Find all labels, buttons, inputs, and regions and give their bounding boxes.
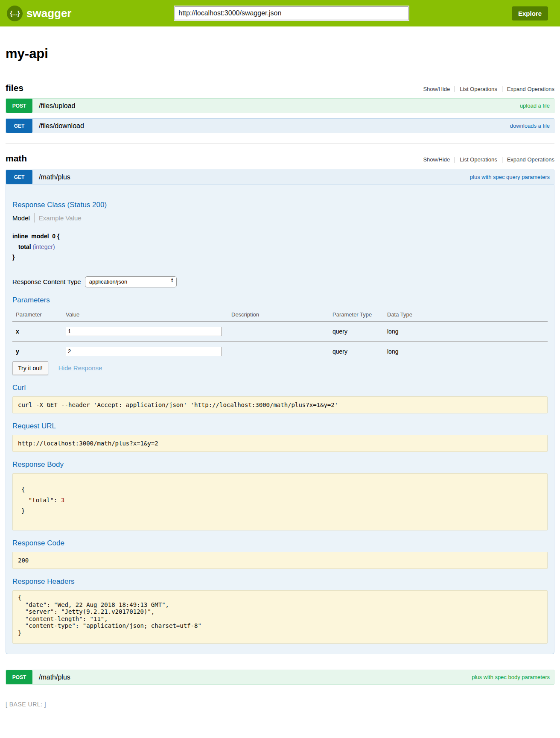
base-url-label: [ BASE URL: ] (6, 701, 554, 708)
response-class-heading: Response Class (Status 200) (12, 201, 548, 209)
param-name-x: x (12, 321, 66, 342)
model-property-type: (integer) (32, 243, 55, 250)
column-header-parameter-type: Parameter Type (332, 309, 387, 321)
operation-path[interactable]: /files/download (39, 122, 84, 130)
param-description (231, 341, 332, 360)
files-expand-operations-link[interactable]: Expand Operations (507, 86, 554, 92)
tab-model[interactable]: Model (12, 214, 30, 222)
swagger-logo[interactable]: {…} swagger (7, 6, 72, 21)
column-header-parameter: Parameter (12, 309, 66, 321)
math-expand-operations-link[interactable]: Expand Operations (507, 156, 554, 163)
request-url-heading: Request URL (12, 422, 548, 430)
model-signature-open: inline_model_0 { (12, 231, 548, 242)
response-content-type-label: Response Content Type (12, 278, 81, 285)
curl-heading: Curl (12, 384, 548, 392)
operation-row-post-files-upload[interactable]: POST /files/upload upload a file (6, 98, 554, 113)
param-y-value-input[interactable] (66, 347, 222, 356)
get-method-badge: GET (6, 170, 32, 184)
model-signature-close: } (12, 252, 548, 263)
divider (34, 213, 35, 223)
response-content-type-row: Response Content Type application/json ▲… (12, 276, 548, 287)
operation-row-get-files-download[interactable]: GET /files/download downloads a file (6, 118, 554, 133)
param-x-value-input[interactable] (66, 327, 222, 336)
model-tabs: Model Example Value (12, 213, 548, 223)
parameters-table: Parameter Value Description Parameter Ty… (12, 309, 548, 360)
response-content-type-select[interactable]: application/json (85, 276, 177, 287)
table-row: y query long (12, 341, 548, 360)
operation-expanded-panel: Response Class (Status 200) Model Exampl… (6, 184, 554, 654)
swagger-logo-text: swagger (26, 7, 72, 20)
curl-command-block: curl -X GET --header 'Accept: applicatio… (12, 396, 548, 413)
model-signature: inline_model_0 { total (integer) } (12, 231, 548, 263)
explore-button[interactable]: Explore (512, 6, 548, 20)
column-header-value: Value (66, 309, 231, 321)
post-method-badge: POST (6, 99, 32, 113)
divider (455, 86, 455, 92)
page-title: my-api (6, 46, 554, 62)
json-text: { "total": (21, 486, 61, 504)
param-data-type: long (387, 341, 548, 360)
operation-path[interactable]: /math/plus (39, 674, 70, 681)
tab-example-value[interactable]: Example Value (39, 214, 82, 222)
get-method-badge: GET (6, 119, 32, 133)
column-header-description: Description (231, 309, 332, 321)
response-headers-heading: Response Headers (12, 577, 548, 586)
math-section-header: math Show/Hide List Operations Expand Op… (6, 153, 554, 164)
column-header-data-type: Data Type (387, 309, 548, 321)
json-text: } (21, 507, 25, 514)
header-bar: {…} swagger Explore (0, 0, 560, 26)
parameters-heading: Parameters (12, 296, 548, 305)
json-number-value: 3 (61, 497, 64, 504)
operation-row-post-math-plus[interactable]: POST /math/plus plus with spec body para… (6, 670, 554, 685)
operation-summary[interactable]: downloads a file (510, 123, 550, 129)
divider (502, 86, 502, 92)
response-headers-block: { "date": "Wed, 22 Aug 2018 18:49:13 GMT… (12, 590, 548, 644)
files-show-hide-link[interactable]: Show/Hide (423, 86, 450, 92)
math-show-hide-link[interactable]: Show/Hide (423, 156, 450, 163)
operation-path[interactable]: /files/upload (39, 102, 75, 110)
operation-summary[interactable]: plus with spec query parameters (470, 174, 550, 180)
files-section-title[interactable]: files (6, 83, 23, 93)
response-body-block: { "total": 3 } (12, 473, 548, 531)
section-divider (6, 144, 554, 144)
divider (455, 157, 455, 163)
request-url-block: http://localhost:3000/math/plus?x=1&y=2 (12, 435, 548, 452)
post-method-badge: POST (6, 670, 32, 684)
hide-response-link[interactable]: Hide Response (58, 364, 102, 372)
operation-summary[interactable]: plus with spec body parameters (472, 674, 550, 680)
model-property-name: total (18, 243, 31, 250)
try-it-out-button[interactable]: Try it out! (12, 361, 48, 375)
param-name-y: y (12, 341, 66, 360)
swagger-braces-icon: {…} (7, 6, 23, 21)
math-list-operations-link[interactable]: List Operations (460, 156, 497, 163)
table-row: x query long (12, 321, 548, 342)
operation-summary[interactable]: upload a file (520, 102, 550, 109)
param-type: query (332, 341, 387, 360)
response-code-heading: Response Code (12, 539, 548, 548)
operation-row-get-math-plus[interactable]: GET /math/plus plus with spec query para… (6, 170, 554, 184)
files-section-header: files Show/Hide List Operations Expand O… (6, 83, 554, 93)
response-body-heading: Response Body (12, 460, 548, 469)
math-section-title[interactable]: math (6, 153, 27, 164)
param-type: query (332, 321, 387, 342)
files-list-operations-link[interactable]: List Operations (460, 86, 497, 92)
spec-url-input[interactable] (175, 6, 408, 20)
operation-path[interactable]: /math/plus (39, 173, 70, 181)
divider (502, 157, 502, 163)
response-code-block: 200 (12, 552, 548, 569)
param-description (231, 321, 332, 342)
param-data-type: long (387, 321, 548, 342)
